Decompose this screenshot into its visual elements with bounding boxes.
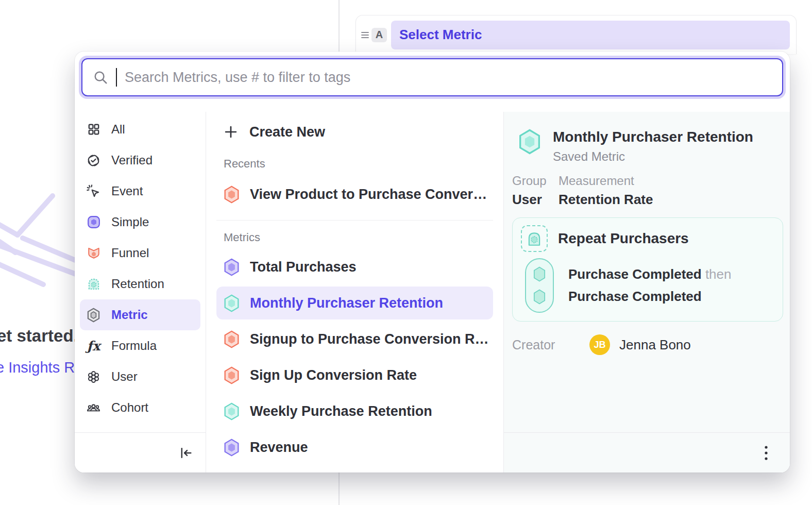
preview-title: Monthly Purchaser Retention [553,129,753,145]
metric-item-label: Total Purchases [250,259,357,275]
step-connector: then [705,266,732,282]
metric-hexagon-icon [224,330,240,348]
section-divider [216,220,493,221]
sidebar-item-simple[interactable]: Simple [80,207,200,238]
metric-item-label: Signup to Purchase Conversion Rate [250,331,493,347]
sidebar-item-all[interactable]: All [80,114,200,145]
sidebar-item-label: Simple [111,215,149,229]
event-sequence-graphic [525,258,554,313]
sidebar-item-funnel[interactable]: Funnel [80,238,200,268]
sidebar-item-retention[interactable]: Retention [80,268,200,299]
collapse-icon [179,446,193,460]
retention-metric-icon [87,277,100,291]
metric-definition-card: Repeat Purchasers Purchase Completed the… [512,217,783,322]
metric-item-label: Monthly Purchaser Retention [250,295,443,311]
metric-item-label: Revenue [250,440,308,456]
verified-badge-icon [87,154,100,167]
creator-label: Creator [512,338,589,352]
series-a-badge[interactable]: A [371,28,387,42]
metric-hexagon-icon [224,294,240,312]
metric-hexagon-icon [224,186,240,204]
metric-hexagon-icon [224,402,240,420]
metric-item[interactable]: Signup to Purchase Conversion Rate [216,323,493,356]
step-2-event: Purchase Completed [568,289,702,304]
select-metric-button[interactable]: Select Metric [391,21,790,49]
simple-metric-icon [87,215,100,229]
group-label: Group [512,174,559,188]
sidebar-item-label: Funnel [111,246,149,260]
results-column: Create New Recents View Product to Purch… [206,112,504,473]
creator-row: Creator JB Jenna Bono [512,334,691,355]
cohort-people-icon [87,401,100,415]
grid-icon [87,123,100,137]
sidebar-item-label: Formula [111,339,157,353]
metrics-heading: Metrics [216,231,493,244]
preview-footer [504,432,790,473]
sidebar-item-metric[interactable]: Metric [80,299,200,330]
metric-preview-panel: Monthly Purchaser Retention Saved Metric… [504,112,790,473]
metric-select-dialog: Search Metrics, use # to filter to tags … [75,52,790,473]
definition-title: Repeat Purchasers [558,230,689,247]
sidebar-item-label: Event [111,184,143,198]
cohort-definition-icon [521,225,548,252]
event-cursor-icon [87,184,100,198]
sidebar-item-label: Retention [111,277,164,291]
creator-name: Jenna Bono [619,337,691,353]
creator-avatar: JB [589,334,610,355]
preview-meta: Group User Measurement Retention Rate [512,174,653,208]
metric-hexagon-icon [224,439,240,457]
saved-metric-icon [87,308,100,322]
sidebar-item-label: Cohort [111,400,148,415]
step-1-event: Purchase Completed [568,266,702,282]
sidebar-item-event[interactable]: Event [80,176,200,207]
sidebar-item-verified[interactable]: Verified [80,145,200,176]
sidebar-item-label: All [111,122,125,137]
metric-hexagon-icon [224,258,240,276]
collapse-sidebar-button[interactable] [179,446,193,460]
create-new-label: Create New [249,124,325,140]
event-hexagon-icon [533,289,546,305]
background-chart-sketch [0,192,82,313]
more-options-button[interactable] [761,442,771,464]
metric-item[interactable]: Revenue [216,431,493,464]
kebab-menu-icon [764,445,768,461]
metric-item[interactable]: Total Purchases [216,250,493,283]
drag-handle-icon[interactable] [360,31,370,39]
metric-item-label: View Product to Purchase Conversi... [250,187,493,203]
metric-item[interactable]: Weekly Purchase Retention [216,395,493,428]
measurement-value: Retention Rate [559,192,653,208]
preview-subtitle: Saved Metric [553,149,753,164]
sidebar-item-label: Metric [111,308,148,322]
create-new-button[interactable]: Create New [216,117,493,147]
metric-query-row: A Select Metric [356,15,797,54]
saved-metric-icon [518,129,541,155]
measurement-label: Measurement [559,174,653,188]
group-value: User [512,192,559,208]
plus-icon [224,125,238,139]
search-placeholder: Search Metrics, use # to filter to tags [125,70,350,86]
metric-hexagon-icon [224,366,240,384]
sidebar-item-user[interactable]: User [80,361,200,392]
select-metric-label: Select Metric [399,27,482,43]
search-input[interactable]: Search Metrics, use # to filter to tags [81,58,783,96]
sidebar-footer [75,432,206,473]
user-cluster-icon [87,370,100,384]
text-caret [116,68,117,87]
background-headline-fragment: et started. [0,326,78,346]
sidebar-item-label: Verified [111,153,153,167]
sidebar-item-formula[interactable]: ƒx Formula [80,330,200,361]
metric-item-label: Sign Up Conversion Rate [250,367,417,383]
search-icon [93,70,108,85]
formula-icon: ƒx [87,339,100,353]
category-sidebar: All Verified Event [75,112,206,473]
metric-item[interactable]: Monthly Purchaser Retention [216,287,493,319]
sidebar-item-label: User [111,369,138,384]
recents-heading: Recents [216,157,493,171]
background-insights-link-fragment[interactable]: e Insights Re [0,359,83,376]
event-hexagon-icon [533,266,546,282]
sidebar-item-cohort[interactable]: Cohort [80,392,200,423]
recent-metric-item[interactable]: View Product to Purchase Conversi... [216,178,493,211]
metric-item-label: Weekly Purchase Retention [250,403,432,419]
metric-item[interactable]: Sign Up Conversion Rate [216,359,493,392]
funnel-metric-icon [87,246,100,260]
